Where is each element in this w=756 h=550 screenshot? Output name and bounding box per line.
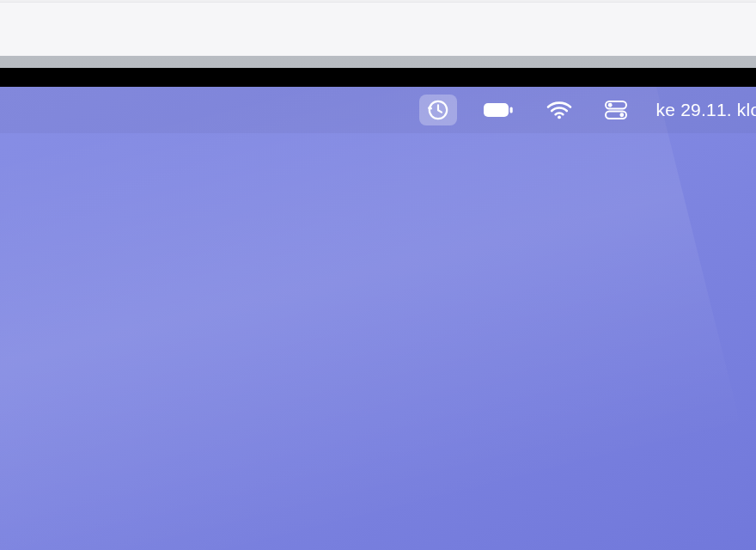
menubar-item-wifi[interactable]: [540, 95, 579, 125]
page-card: ke 29.11. klo 9.41 Uusin varmuuskopio ko…: [0, 2, 756, 550]
svg-point-3: [558, 116, 561, 119]
wallpaper-highlight: [0, 87, 742, 550]
menubar-item-battery[interactable]: [476, 95, 521, 125]
desktop-screen: ke 29.11. klo 9.41 Uusin varmuuskopio ko…: [0, 87, 756, 550]
svg-rect-2: [509, 107, 512, 113]
time-machine-icon: [426, 98, 450, 122]
svg-point-5: [607, 103, 612, 107]
menu-bar: ke 29.11. klo 9.41: [0, 87, 756, 133]
battery-icon: [483, 101, 514, 119]
svg-point-7: [619, 113, 624, 117]
clock-text: ke 29.11. klo 9.41: [656, 100, 756, 120]
menubar-item-time-machine[interactable]: [419, 95, 457, 125]
menubar-item-control-center[interactable]: [598, 95, 634, 125]
svg-rect-1: [484, 103, 509, 117]
control-center-icon: [605, 101, 627, 119]
wifi-icon: [546, 100, 572, 120]
laptop-bezel: ke 29.11. klo 9.41 Uusin varmuuskopio ko…: [0, 68, 756, 550]
laptop-body: ke 29.11. klo 9.41 Uusin varmuuskopio ko…: [0, 56, 756, 550]
menubar-clock[interactable]: ke 29.11. klo 9.41: [653, 95, 756, 125]
